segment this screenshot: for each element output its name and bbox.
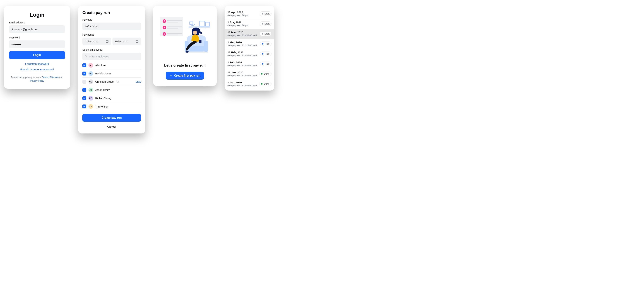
cancel-button[interactable]: Cancel bbox=[82, 123, 141, 130]
password-label: Password bbox=[9, 36, 65, 39]
svg-rect-17 bbox=[167, 34, 178, 35]
onboarding-illustration: $ $ $ bbox=[158, 14, 212, 59]
create-payrun-card: Create pay run Pay date Pay period 01/04… bbox=[78, 6, 145, 133]
employee-avatar: AL bbox=[88, 63, 93, 68]
payrun-item[interactable]: 16 Feb, 20206 employees · $3,456.00 paid… bbox=[224, 49, 274, 59]
login-button[interactable]: Login bbox=[9, 51, 65, 59]
status-dot-icon bbox=[262, 23, 263, 24]
payrun-subtext: 6 employees · $0 paid bbox=[228, 14, 249, 17]
payrun-list-card: 16 Apr, 20206 employees · $0 paidDraft1 … bbox=[224, 6, 274, 90]
svg-text:$: $ bbox=[164, 20, 165, 22]
create-payrun-button[interactable]: Create pay run bbox=[82, 114, 141, 122]
employee-row[interactable]: RCRichie Chung bbox=[82, 94, 141, 102]
status-label: Draft bbox=[264, 22, 270, 25]
employee-avatar: JS bbox=[88, 88, 93, 92]
status-dot-icon bbox=[261, 83, 262, 85]
employee-row[interactable]: BJBoricio Jones bbox=[82, 69, 141, 78]
employee-checkbox[interactable] bbox=[82, 63, 86, 67]
employee-checkbox[interactable] bbox=[82, 80, 86, 84]
status-badge: Done bbox=[259, 71, 272, 76]
status-label: Draft bbox=[264, 12, 270, 15]
payrun-subtext: 6 employees · $3,456.00 paid bbox=[228, 84, 257, 87]
status-dot-icon bbox=[262, 53, 264, 54]
payrun-date: 16 Feb, 2020 bbox=[228, 51, 257, 54]
svg-rect-9 bbox=[167, 22, 178, 22]
status-label: Done bbox=[264, 82, 270, 85]
svg-rect-12 bbox=[167, 26, 182, 27]
employee-name: Boricio Jones bbox=[95, 72, 112, 75]
create-first-payrun-button[interactable]: Create first pay run bbox=[166, 72, 204, 80]
status-badge: Draft bbox=[260, 31, 272, 36]
empty-title: Let's create first pay run bbox=[164, 63, 206, 67]
svg-rect-26 bbox=[188, 46, 204, 51]
status-label: Paid bbox=[265, 42, 270, 45]
payrun-item[interactable]: 16 Mar, 20206 employees · $3,456.00 paid… bbox=[224, 29, 274, 39]
divider bbox=[9, 73, 65, 73]
employee-row[interactable]: ALAlex Lee bbox=[82, 61, 141, 69]
employee-filter-input[interactable] bbox=[89, 55, 139, 58]
employee-name: Richie Chung bbox=[95, 97, 112, 100]
svg-rect-16 bbox=[167, 33, 182, 34]
svg-text:$: $ bbox=[164, 26, 165, 29]
terms-link[interactable]: Terms of Service bbox=[42, 76, 59, 78]
plus-icon bbox=[170, 74, 172, 77]
payperiod-label: Pay period bbox=[82, 33, 141, 36]
payrun-item[interactable]: 1 Mar, 20203 employees · $2,125.00 paidP… bbox=[224, 39, 274, 49]
payrun-subtext: 6 employees · $3,456.00 paid bbox=[228, 74, 257, 77]
calendar-icon bbox=[106, 40, 109, 43]
employee-filter[interactable] bbox=[82, 53, 141, 60]
payrun-item[interactable]: 16 Jan, 20206 employees · $3,456.00 paid… bbox=[224, 69, 274, 79]
employee-avatar: CB bbox=[88, 79, 93, 84]
cta-label: Create first pay run bbox=[174, 74, 200, 77]
period-to-input[interactable]: 15/04/2020 bbox=[112, 37, 141, 45]
employee-checkbox[interactable] bbox=[82, 96, 86, 100]
forgot-password-link[interactable]: Forgotten password bbox=[25, 62, 49, 65]
payrun-subtext: 6 employees · $3,456.00 paid bbox=[228, 64, 257, 67]
payrun-date: 1 Jan, 2020 bbox=[228, 81, 257, 84]
employee-row[interactable]: JSJason Smith bbox=[82, 86, 141, 94]
employee-name: Christian Bruce bbox=[95, 80, 114, 83]
paydate-input[interactable] bbox=[82, 22, 141, 30]
employee-list: ALAlex LeeBJBoricio JonesCBChristian Bru… bbox=[82, 61, 141, 111]
employee-row[interactable]: CBChristian BruceView bbox=[82, 78, 141, 86]
employee-view-link[interactable]: View bbox=[136, 80, 141, 83]
payrun-subtext: 6 employees · $3,456.00 paid bbox=[228, 54, 257, 57]
status-dot-icon bbox=[262, 63, 264, 65]
status-badge: Paid bbox=[260, 51, 272, 56]
employee-checkbox[interactable] bbox=[82, 104, 86, 108]
svg-rect-18 bbox=[188, 26, 210, 27]
period-from-input[interactable]: 01/04/2020 bbox=[82, 37, 111, 45]
login-card: Login Email address Password Login Forgo… bbox=[4, 6, 70, 89]
login-button-label: Login bbox=[33, 53, 41, 57]
status-dot-icon bbox=[262, 33, 263, 34]
payrun-date: 16 Apr, 2020 bbox=[228, 11, 249, 14]
payrun-subtext: 3 employees · $2,125.00 paid bbox=[228, 44, 257, 47]
payrun-item[interactable]: 16 Apr, 20206 employees · $0 paidDraft bbox=[224, 9, 274, 19]
svg-rect-8 bbox=[167, 20, 182, 21]
payrun-date: 16 Jan, 2020 bbox=[228, 71, 257, 74]
payrun-item[interactable]: 1 Feb, 20206 employees · $3,456.00 paidP… bbox=[224, 59, 274, 69]
privacy-link[interactable]: Privacy Policy bbox=[30, 80, 44, 82]
password-input[interactable] bbox=[9, 40, 65, 48]
svg-point-2 bbox=[85, 55, 86, 57]
employee-name: Jason Smith bbox=[95, 88, 110, 91]
payrun-date: 1 Mar, 2020 bbox=[228, 41, 257, 44]
payrun-date: 1 Feb, 2020 bbox=[228, 61, 257, 64]
payrun-item[interactable]: 1 Jan, 20206 employees · $3,456.00 paidD… bbox=[224, 79, 274, 89]
how-create-account-link[interactable]: How do I create an account? bbox=[20, 68, 54, 71]
employee-checkbox[interactable] bbox=[82, 71, 86, 75]
employee-row[interactable]: TWTim Wilson bbox=[82, 102, 141, 111]
calendar-icon bbox=[136, 40, 138, 43]
employee-checkbox[interactable] bbox=[82, 88, 86, 92]
svg-rect-0 bbox=[106, 40, 108, 42]
payrun-date: 16 Mar, 2020 bbox=[228, 31, 257, 34]
status-badge: Done bbox=[259, 82, 272, 86]
svg-rect-21 bbox=[206, 22, 209, 26]
status-label: Paid bbox=[265, 62, 270, 65]
email-input[interactable] bbox=[9, 25, 65, 33]
payrun-item[interactable]: 1 Apr, 20204 employees · $0 paidDraft bbox=[224, 19, 274, 29]
svg-rect-1 bbox=[136, 40, 138, 42]
status-dot-icon bbox=[261, 73, 262, 75]
svg-rect-22 bbox=[190, 22, 193, 24]
payrun-subtext: 4 employees · $0 paid bbox=[228, 24, 249, 27]
